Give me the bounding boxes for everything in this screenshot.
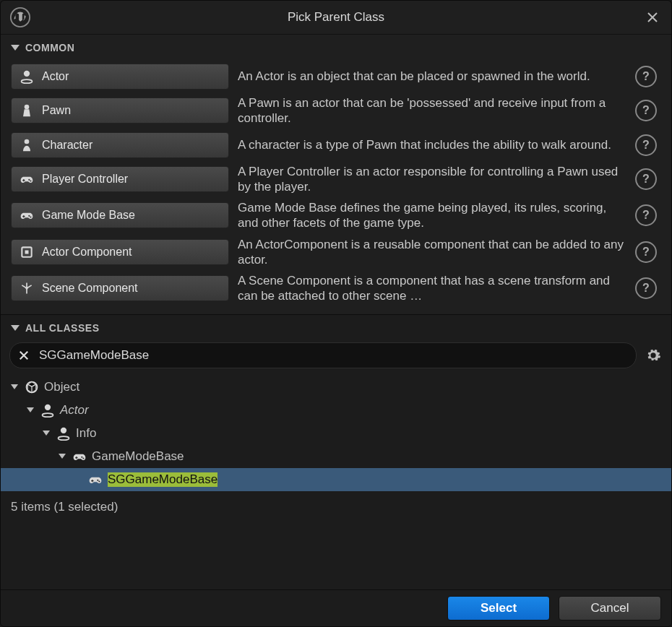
select-button[interactable]: Select: [447, 596, 550, 620]
chevron-down-icon: [27, 407, 34, 412]
tree-label: Actor: [60, 403, 89, 418]
game-mode-base-icon: [19, 207, 35, 223]
chevron-down-icon: [11, 384, 18, 389]
common-class-row: Player ControllerA Player Controller is …: [8, 161, 664, 198]
svg-point-8: [30, 217, 31, 218]
section-header-all[interactable]: ALL CLASSES: [1, 315, 671, 338]
all-classes-section: ALL CLASSES ObjectActorInfoGameModeBaseS…: [1, 314, 671, 590]
cancel-button[interactable]: Cancel: [559, 596, 661, 620]
tree-node-actor[interactable]: Actor: [1, 399, 671, 422]
search-box: [9, 342, 637, 368]
titlebar: Pick Parent Class: [1, 1, 671, 35]
help-button[interactable]: ?: [635, 66, 657, 87]
tree-label: Info: [76, 426, 96, 441]
svg-point-4: [25, 139, 30, 144]
common-class-row: Scene ComponentA Scene Component is a co…: [8, 270, 664, 307]
class-button-pawn[interactable]: Pawn: [11, 98, 229, 124]
class-button-game-mode-base[interactable]: Game Mode Base: [11, 202, 229, 228]
class-label: Actor Component: [42, 246, 132, 259]
class-description: Game Mode Base defines the game being pl…: [238, 200, 626, 231]
svg-point-19: [97, 479, 98, 480]
dialog-footer: Select Cancel: [1, 589, 671, 626]
object-icon: [24, 379, 40, 395]
section-label: COMMON: [25, 42, 74, 53]
svg-point-17: [81, 456, 82, 457]
class-description: A Pawn is an actor that can be 'possesse…: [238, 95, 626, 126]
class-tree: ObjectActorInfoGameModeBaseSGGameModeBas…: [1, 373, 671, 496]
class-description: A Player Controller is an actor responsi…: [238, 164, 626, 195]
actor-icon: [56, 425, 72, 441]
tree-node-info[interactable]: Info: [1, 422, 671, 445]
search-input[interactable]: [38, 347, 627, 363]
svg-point-5: [28, 179, 30, 181]
tree-label: Object: [44, 380, 79, 394]
svg-point-2: [22, 79, 33, 83]
class-button-scene-component[interactable]: Scene Component: [11, 275, 229, 301]
help-button[interactable]: ?: [635, 204, 657, 226]
class-button-player-controller[interactable]: Player Controller: [11, 166, 229, 192]
player-controller-icon: [19, 171, 35, 187]
svg-point-13: [45, 404, 51, 410]
svg-point-7: [28, 215, 30, 217]
class-description: An ActorComponent is a reusable componen…: [238, 237, 626, 268]
tree-label: SGGameModeBase: [108, 472, 217, 487]
class-label: Character: [42, 139, 92, 152]
chevron-down-icon: [43, 431, 50, 436]
common-class-row: Actor ComponentAn ActorComponent is a re…: [8, 234, 664, 271]
pick-parent-class-dialog: Pick Parent Class COMMON ActorAn Actor i…: [0, 0, 672, 627]
clear-search-button[interactable]: [19, 350, 29, 360]
svg-point-11: [25, 287, 27, 290]
class-button-character[interactable]: Character: [11, 132, 229, 158]
chevron-down-icon: [11, 325, 20, 331]
common-class-row: ActorAn Actor is an object that can be p…: [8, 61, 664, 92]
svg-point-1: [24, 71, 30, 77]
help-button[interactable]: ?: [635, 241, 657, 263]
actor-icon: [19, 69, 35, 85]
scene-component-icon: [19, 280, 35, 296]
section-label: ALL CLASSES: [25, 322, 99, 334]
svg-point-18: [82, 457, 84, 459]
help-button[interactable]: ?: [635, 277, 657, 299]
dialog-title: Pick Parent Class: [1, 10, 671, 25]
class-label: Player Controller: [42, 173, 128, 186]
svg-point-20: [98, 480, 100, 482]
chevron-down-icon: [11, 45, 20, 51]
status-text: 5 items (1 selected): [1, 496, 671, 522]
pawn-icon: [19, 103, 35, 118]
character-icon: [19, 137, 35, 153]
common-class-row: Game Mode BaseGame Mode Base defines the…: [8, 197, 664, 234]
section-header-common[interactable]: COMMON: [1, 35, 671, 58]
help-button[interactable]: ?: [635, 100, 657, 121]
class-description: An Actor is an object that can be placed…: [238, 69, 626, 84]
class-description: A Scene Component is a component that ha…: [238, 273, 626, 304]
svg-point-16: [59, 436, 69, 440]
class-button-actor[interactable]: Actor: [11, 64, 229, 90]
tree-node-object[interactable]: Object: [1, 376, 671, 399]
class-label: Actor: [42, 70, 69, 83]
gamemode-icon: [72, 449, 87, 464]
tree-node-sggamemodebase[interactable]: SGGameModeBase: [1, 468, 671, 491]
svg-point-15: [61, 427, 66, 433]
class-label: Scene Component: [42, 282, 138, 295]
help-button[interactable]: ?: [635, 168, 657, 190]
gamemode-icon: [87, 472, 103, 488]
chevron-down-icon: [59, 454, 66, 459]
common-class-list: ActorAn Actor is an object that can be p…: [1, 58, 671, 314]
common-class-row: PawnA Pawn is an actor that can be 'poss…: [8, 92, 664, 129]
class-label: Pawn: [42, 104, 71, 117]
gear-icon[interactable]: [644, 346, 663, 365]
actor-icon: [40, 402, 56, 418]
search-row: [1, 338, 671, 373]
svg-point-6: [30, 180, 31, 181]
class-label: Game Mode Base: [42, 209, 135, 222]
help-button[interactable]: ?: [635, 134, 657, 156]
svg-point-14: [43, 413, 53, 417]
svg-rect-10: [25, 250, 29, 254]
tree-node-gamemodebase[interactable]: GameModeBase: [1, 445, 671, 468]
actor-component-icon: [19, 244, 35, 260]
common-class-row: CharacterA character is a type of Pawn t…: [8, 129, 664, 161]
tree-label: GameModeBase: [92, 449, 184, 464]
svg-point-3: [25, 105, 30, 110]
class-description: A character is a type of Pawn that inclu…: [238, 137, 626, 152]
class-button-actor-component[interactable]: Actor Component: [11, 239, 229, 265]
